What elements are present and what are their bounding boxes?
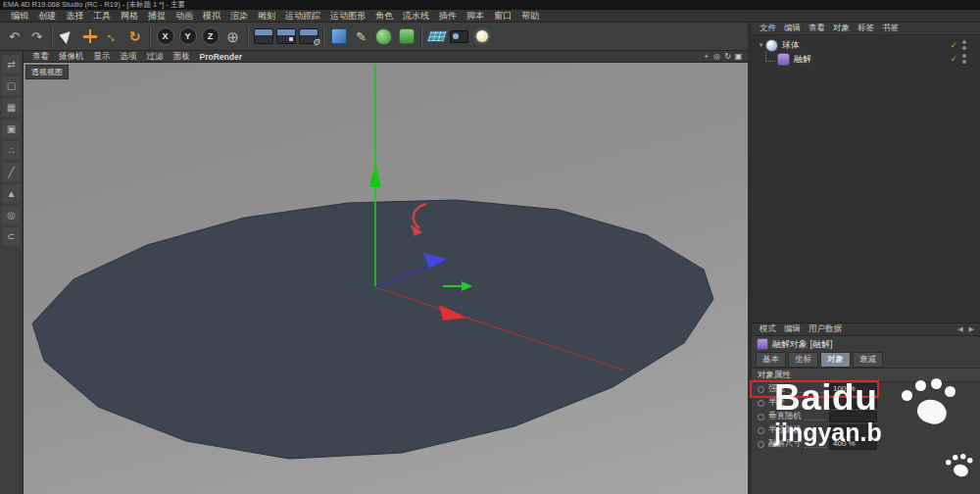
spline-pen-button[interactable]: ✎ (350, 25, 372, 48)
view-label[interactable]: 透视视图 (25, 65, 69, 79)
menu-sculpt[interactable]: 雕刻 (253, 10, 280, 23)
expander-icon[interactable]: ▾ (757, 41, 765, 49)
points-mode-button[interactable]: ∴ (2, 141, 21, 160)
menu-snap[interactable]: 捕捉 (143, 10, 171, 23)
coordinate-system-button[interactable]: ⊕ (221, 25, 244, 48)
menu-select[interactable]: 选择 (61, 10, 88, 23)
object-row-melt[interactable]: 融解 ✓ (752, 52, 980, 66)
menu-render[interactable]: 渲染 (225, 10, 253, 23)
object-name[interactable]: 球体 (782, 39, 800, 52)
scale-tool[interactable]: ↔ (101, 25, 123, 48)
render-view-button[interactable] (252, 25, 274, 48)
dotted-leader (805, 441, 826, 448)
texture-mode-button[interactable]: ▦ (2, 98, 21, 117)
menu-help[interactable]: 帮助 (516, 10, 544, 23)
keyframe-dot[interactable] (758, 414, 764, 420)
subdivision-surface-button[interactable] (372, 25, 395, 48)
menu-mograph[interactable]: 运动图形 (325, 10, 370, 23)
undo-button[interactable]: ↶ (3, 25, 25, 48)
om-menu-file[interactable]: 文件 (756, 23, 780, 34)
om-menu-bookmarks[interactable]: 书签 (878, 23, 903, 34)
camera-icon (450, 30, 468, 43)
pan-view-icon[interactable]: + (701, 52, 711, 61)
viewport-menu-prorender[interactable]: ProRender (195, 52, 247, 62)
vertical-randomness-value-field[interactable] (829, 411, 877, 422)
render-settings-icon: ⚙ (299, 28, 318, 44)
maximize-view-icon[interactable]: ▣ (733, 52, 744, 61)
y-axis-arrow (369, 162, 381, 187)
enabled-check-icon[interactable]: ✓ (950, 54, 957, 64)
generators-button[interactable] (395, 25, 417, 48)
viewport-canvas[interactable]: 透视视图 (24, 63, 748, 494)
om-menu-objects[interactable]: 对象 (829, 23, 854, 34)
render-settings-button[interactable]: ⚙ (297, 25, 319, 48)
visibility-dots[interactable] (962, 39, 966, 51)
am-menu-user-data[interactable]: 用户数据 (805, 323, 846, 335)
tab-basic[interactable]: 基本 (756, 352, 786, 368)
radius-value-field[interactable] (829, 397, 877, 409)
keyframe-dot[interactable] (758, 427, 764, 434)
object-manager-tree: ▾ 球体 ✓ 融解 ✓ (752, 35, 980, 323)
object-name[interactable]: 融解 (794, 53, 811, 66)
add-primitive-cube-button[interactable] (327, 25, 350, 48)
object-row-sphere[interactable]: ▾ 球体 ✓ (752, 38, 980, 52)
orbit-view-icon[interactable]: ↻ (722, 52, 733, 61)
render-picture-viewer-button[interactable] (274, 25, 297, 48)
viewport-menu-cameras[interactable]: 摄像机 (54, 51, 89, 63)
tab-object[interactable]: 对象 (820, 352, 851, 368)
menu-tools[interactable]: 工具 (88, 10, 116, 23)
menu-motion-tracker[interactable]: 运动跟踪 (280, 10, 325, 23)
menu-create[interactable]: 创建 (33, 10, 61, 23)
object-manager-menu-bar: 文件 编辑 查看 对象 标签 书签 (752, 23, 980, 35)
axis-mode-button[interactable]: ◎ (2, 206, 21, 224)
om-menu-edit[interactable]: 编辑 (780, 23, 805, 34)
redo-button[interactable]: ↷ (25, 25, 48, 48)
y-axis-lock-button[interactable]: Y (176, 25, 199, 48)
history-arrows-icon[interactable]: ◀ ▶ (957, 325, 976, 333)
left-tool-palette: ⇄ ▢ ▦ ▣ ∴ ╱ ▲ ◎ ⊂ (0, 51, 24, 494)
om-menu-tags[interactable]: 标签 (854, 23, 878, 34)
tab-coordinates[interactable]: 坐标 (788, 352, 818, 368)
radial-randomness-value-field[interactable] (829, 424, 877, 436)
camera-button[interactable] (448, 25, 470, 48)
enabled-check-icon[interactable]: ✓ (950, 40, 957, 50)
viewport-menu-filter[interactable]: 过滤 (142, 51, 169, 63)
zoom-view-icon[interactable]: ◎ (711, 52, 722, 61)
menu-window[interactable]: 窗口 (489, 10, 516, 23)
menu-pipeline[interactable]: 流水线 (398, 10, 434, 23)
keyframe-dot[interactable] (758, 400, 764, 407)
model-mode-button[interactable]: ▢ (2, 76, 21, 95)
viewport-menu-view[interactable]: 查看 (27, 51, 54, 63)
convert-tool-button[interactable]: ⇄ (2, 55, 21, 74)
viewport-menu-panel[interactable]: 面板 (169, 51, 195, 63)
menu-mesh[interactable]: 网格 (116, 10, 143, 23)
keyframe-dot[interactable] (758, 386, 764, 393)
edges-mode-button[interactable]: ╱ (2, 163, 21, 181)
workplane-mode-button[interactable]: ▣ (2, 120, 21, 138)
tab-falloff[interactable]: 衰减 (853, 352, 883, 368)
strength-value-field[interactable]: 100 % (829, 383, 877, 395)
menu-animate[interactable]: 动画 (171, 10, 198, 23)
light-button[interactable] (470, 25, 493, 48)
om-menu-view[interactable]: 查看 (805, 23, 829, 34)
melted-size-value-field[interactable]: 400 % (829, 438, 877, 450)
z-axis-lock-button[interactable]: Z (199, 25, 221, 48)
x-axis-lock-button[interactable]: X (154, 25, 176, 48)
visibility-dots[interactable] (962, 53, 966, 65)
menu-simulate[interactable]: 模拟 (198, 10, 225, 23)
move-tool[interactable] (78, 25, 101, 48)
viewport-menu-options[interactable]: 选项 (116, 51, 142, 63)
keyframe-dot[interactable] (758, 441, 764, 448)
snap-toggle-button[interactable]: ⊂ (2, 227, 21, 246)
live-selection-tool[interactable] (56, 25, 78, 48)
viewport-menu-display[interactable]: 显示 (89, 51, 116, 63)
menu-character[interactable]: 角色 (370, 10, 398, 23)
floor-button[interactable] (425, 25, 448, 48)
am-menu-mode[interactable]: 模式 (756, 323, 780, 335)
am-menu-edit[interactable]: 编辑 (780, 323, 805, 335)
menu-script[interactable]: 脚本 (462, 10, 489, 23)
rotate-tool[interactable]: ↻ (123, 25, 146, 48)
menu-plugins[interactable]: 插件 (434, 10, 462, 23)
menu-edit[interactable]: 编辑 (6, 10, 33, 23)
polygons-mode-button[interactable]: ▲ (2, 184, 21, 203)
